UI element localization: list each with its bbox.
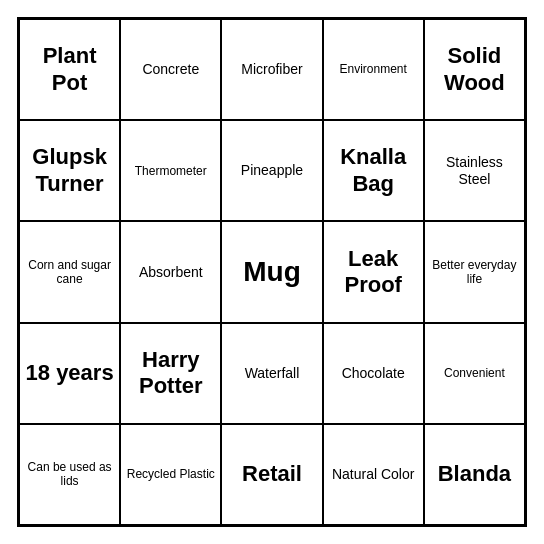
cell-r2c4: Better everyday life xyxy=(424,221,525,322)
cell-text-r2c2: Mug xyxy=(243,255,301,289)
cell-r4c4: Blanda xyxy=(424,424,525,525)
cell-r1c1: Thermometer xyxy=(120,120,221,221)
cell-text-r3c2: Waterfall xyxy=(245,365,300,382)
cell-r3c3: Chocolate xyxy=(323,323,424,424)
cell-r0c4: Solid Wood xyxy=(424,19,525,120)
cell-text-r3c1: Harry Potter xyxy=(125,347,216,400)
cell-r3c4: Convenient xyxy=(424,323,525,424)
cell-r1c3: Knalla Bag xyxy=(323,120,424,221)
cell-text-r0c0: Plant Pot xyxy=(24,43,115,96)
cell-r4c1: Recycled Plastic xyxy=(120,424,221,525)
cell-text-r1c4: Stainless Steel xyxy=(429,154,520,188)
cell-r2c0: Corn and sugar cane xyxy=(19,221,120,322)
cell-r4c2: Retail xyxy=(221,424,322,525)
cell-r0c3: Environment xyxy=(323,19,424,120)
cell-text-r1c1: Thermometer xyxy=(135,164,207,178)
cell-r2c2: Mug xyxy=(221,221,322,322)
cell-r3c2: Waterfall xyxy=(221,323,322,424)
cell-text-r1c0: Glupsk Turner xyxy=(24,144,115,197)
cell-text-r2c1: Absorbent xyxy=(139,264,203,281)
cell-r1c2: Pineapple xyxy=(221,120,322,221)
cell-text-r2c4: Better everyday life xyxy=(429,258,520,287)
cell-r2c3: Leak Proof xyxy=(323,221,424,322)
cell-text-r1c2: Pineapple xyxy=(241,162,303,179)
bingo-board: Plant PotConcreteMicrofiberEnvironmentSo… xyxy=(17,17,527,527)
cell-text-r2c0: Corn and sugar cane xyxy=(24,258,115,287)
cell-text-r4c4: Blanda xyxy=(438,461,511,487)
cell-text-r3c0: 18 years xyxy=(26,360,114,386)
cell-r1c0: Glupsk Turner xyxy=(19,120,120,221)
cell-text-r4c1: Recycled Plastic xyxy=(127,467,215,481)
cell-text-r0c3: Environment xyxy=(340,62,407,76)
cell-r2c1: Absorbent xyxy=(120,221,221,322)
cell-text-r1c3: Knalla Bag xyxy=(328,144,419,197)
cell-r4c3: Natural Color xyxy=(323,424,424,525)
cell-text-r4c3: Natural Color xyxy=(332,466,414,483)
cell-text-r0c1: Concrete xyxy=(142,61,199,78)
cell-text-r4c2: Retail xyxy=(242,461,302,487)
cell-r3c1: Harry Potter xyxy=(120,323,221,424)
cell-r3c0: 18 years xyxy=(19,323,120,424)
cell-r1c4: Stainless Steel xyxy=(424,120,525,221)
cell-text-r3c3: Chocolate xyxy=(342,365,405,382)
cell-r0c1: Concrete xyxy=(120,19,221,120)
cell-r0c0: Plant Pot xyxy=(19,19,120,120)
cell-text-r3c4: Convenient xyxy=(444,366,505,380)
cell-text-r2c3: Leak Proof xyxy=(328,246,419,299)
cell-r0c2: Microfiber xyxy=(221,19,322,120)
cell-text-r0c2: Microfiber xyxy=(241,61,302,78)
cell-text-r0c4: Solid Wood xyxy=(429,43,520,96)
cell-r4c0: Can be used as lids xyxy=(19,424,120,525)
cell-text-r4c0: Can be used as lids xyxy=(24,460,115,489)
